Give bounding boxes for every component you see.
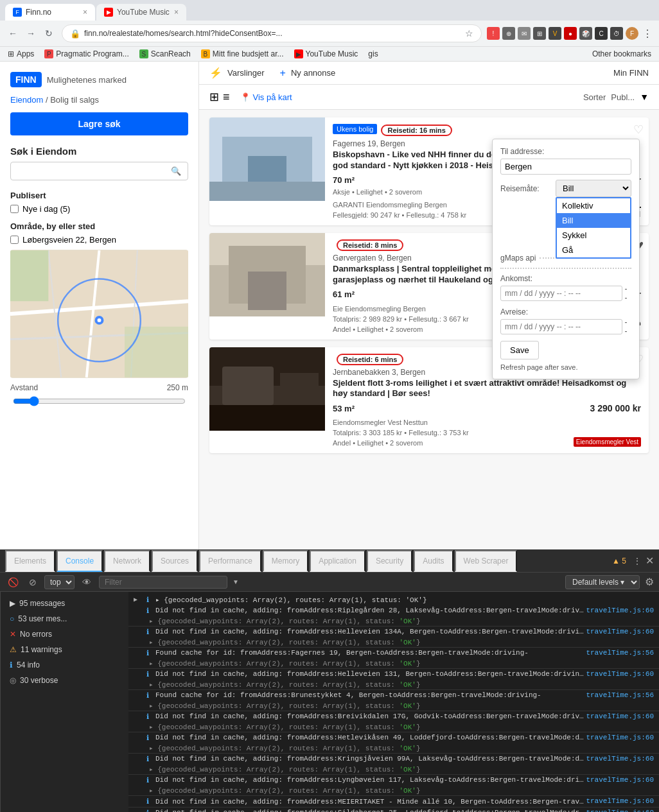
log-row[interactable]: ℹ Did not find in cache, adding: fromAdd…	[128, 808, 659, 812]
departure-date-input[interactable]	[500, 319, 622, 334]
log-source[interactable]: travelTime.js:60	[586, 713, 654, 720]
bookmark-other[interactable]: Other bookmarks	[590, 48, 654, 60]
log-levels-select[interactable]: Default levels ▾	[565, 575, 640, 589]
map-view-btn[interactable]: 📍 Vis på kart	[240, 92, 292, 102]
ext-icon-5[interactable]: V	[549, 27, 561, 40]
sidebar-item-all-messages[interactable]: ▶ 95 messages	[6, 597, 123, 610]
map-container[interactable]	[10, 250, 188, 378]
ext-icon-6[interactable]: ●	[564, 27, 577, 40]
address-bar[interactable]: 🔒 finn.no/realestate/homes/search.html?h…	[62, 24, 482, 42]
bookmark-apps[interactable]: ⊞ Apps	[5, 48, 37, 60]
listing-3-title[interactable]: Sjeldent flott 3-roms leilighet i et svæ…	[333, 378, 641, 400]
log-row[interactable]: ℹ Did not find in cache, adding: fromAdd…	[128, 626, 659, 637]
log-source[interactable]: travelTime.js:60	[586, 755, 654, 763]
sidebar-item-user-messages[interactable]: ○ 53 user mes...	[6, 612, 123, 625]
ext-icon-9[interactable]: ⏱	[610, 27, 623, 40]
sidebar-item-info[interactable]: ℹ 54 info	[6, 659, 123, 671]
varslinger-link[interactable]: Varslinger	[227, 68, 265, 78]
option-item-sykkel[interactable]: Sykkel	[557, 228, 630, 243]
search-box[interactable]: 🔍	[10, 162, 188, 180]
ext-icon-7[interactable]: 🎲	[579, 27, 592, 40]
devtools-tab-application[interactable]: Application	[310, 550, 365, 572]
reload-button[interactable]: ↻	[41, 26, 57, 41]
expand-btn[interactable]: ▶	[134, 596, 141, 603]
bookmark-budget[interactable]: B Mitt fine budsjett ar...	[198, 48, 286, 60]
log-source[interactable]: travelTime.js:60	[586, 734, 654, 741]
ny-annonse-link[interactable]: Ny annonse	[291, 68, 335, 78]
devtools-tab-network[interactable]: Network	[104, 550, 150, 572]
sidebar-item-warnings[interactable]: ⚠ 11 warnings	[6, 643, 123, 656]
devtools-tab-scraper[interactable]: Web Scraper	[455, 550, 518, 572]
log-row[interactable]: ℹ Did not find in cache, adding: fromAdd…	[128, 796, 659, 807]
tab-yt-close[interactable]: ×	[174, 8, 179, 17]
log-row[interactable]: ℹ Found cache for id: fromAddress:Fagern…	[128, 648, 659, 659]
log-source[interactable]: travelTime.js:56	[586, 691, 654, 699]
grid-view-icon[interactable]: ⊞	[209, 90, 219, 104]
context-select[interactable]: top	[44, 575, 75, 589]
area-checkbox[interactable]	[10, 236, 19, 244]
ext-icon-4[interactable]: ⊞	[533, 27, 546, 40]
forward-button[interactable]: →	[23, 26, 39, 41]
tab-youtube[interactable]: ▶ YouTube Music ×	[96, 4, 186, 21]
log-source[interactable]: travelTime.js:60	[586, 797, 654, 805]
option-item-kollektiv[interactable]: Kollektiv	[557, 198, 630, 213]
bookmark-youtube[interactable]: ▶ YouTube Music	[292, 48, 361, 60]
distance-slider[interactable]	[13, 396, 186, 406]
sort-chevron-icon[interactable]: ▼	[640, 92, 649, 102]
log-source[interactable]: travelTime.js:60	[586, 670, 654, 678]
ext-icon-10[interactable]: F	[626, 27, 638, 40]
devtools-tab-sources[interactable]: Sources	[152, 550, 198, 572]
list-view-icon[interactable]: ≡	[223, 91, 230, 104]
devtools-tab-security[interactable]: Security	[367, 550, 412, 572]
bookmark-scanreach[interactable]: S ScanReach	[137, 48, 193, 60]
breadcrumb-root[interactable]: Eiendom	[10, 95, 43, 105]
devtools-close-button[interactable]: ✕	[646, 555, 654, 567]
tab-finn[interactable]: F Finn.no ×	[5, 4, 95, 21]
log-row[interactable]: ℹ Did not find in cache, adding: fromAdd…	[128, 754, 659, 764]
sidebar-item-verbose[interactable]: ◎ 30 verbose	[6, 674, 123, 687]
log-row[interactable]: ℹ Did not find in cache, adding: fromAdd…	[128, 775, 659, 786]
bookmark-star-icon[interactable]: ☆	[465, 28, 473, 39]
save-search-button[interactable]: Lagre søk	[10, 112, 188, 135]
new-today-checkbox[interactable]	[10, 205, 19, 213]
dropdown-address-input[interactable]	[500, 159, 631, 175]
eye-button[interactable]: 👁	[80, 576, 94, 589]
log-source[interactable]: travelTime.js:60	[586, 809, 654, 812]
log-source[interactable]: travelTime.js:60	[586, 776, 654, 784]
ext-icon-menu[interactable]: ⋮	[641, 27, 654, 40]
log-row[interactable]: ℹ Did not find in cache, adding: fromAdd…	[128, 605, 659, 616]
log-row[interactable]: ℹ Did not find in cache, adding: fromAdd…	[128, 732, 659, 743]
back-button[interactable]: ←	[5, 26, 21, 41]
preserve-log-button[interactable]: ⊘	[26, 576, 39, 589]
option-item-ga[interactable]: Gå	[557, 243, 630, 257]
devtools-tab-elements[interactable]: Elements	[5, 550, 55, 572]
bookmark-gis[interactable]: gis	[365, 48, 380, 60]
ext-icon-3[interactable]: ✉	[518, 27, 531, 40]
slider-container[interactable]	[10, 396, 188, 408]
ext-icon-1[interactable]: !	[487, 27, 500, 40]
sidebar-item-errors[interactable]: ✕ No errors	[6, 628, 123, 641]
bookmark-pragmatic[interactable]: P Pragmatic Program...	[42, 48, 131, 60]
log-source[interactable]: travelTime.js:56	[586, 649, 654, 657]
tab-finn-close[interactable]: ×	[83, 8, 87, 17]
listing-1-favorite-button[interactable]: ♡	[633, 123, 644, 137]
log-row[interactable]: ℹ Did not find in cache, adding: fromAdd…	[128, 669, 659, 680]
arrival-date-input[interactable]	[500, 286, 622, 301]
devtools-tab-memory[interactable]: Memory	[263, 550, 308, 572]
log-source[interactable]: travelTime.js:60	[586, 628, 654, 635]
devtools-tab-performance[interactable]: Performance	[199, 550, 261, 572]
search-input[interactable]	[17, 166, 171, 176]
min-finn-link[interactable]: Min FINN	[613, 68, 649, 78]
devtools-tab-console[interactable]: Console	[57, 550, 103, 572]
log-row[interactable]: ℹ Found cache for id: fromAddress:Brunes…	[128, 690, 659, 701]
travel-mode-select[interactable]: Bill Kollektiv Sykkel Gå	[556, 180, 631, 197]
log-source[interactable]: travelTime.js:60	[586, 607, 654, 614]
log-row[interactable]: ▶ ℹ ▸ {geocoded_waypoints: Array(2), rou…	[128, 594, 659, 605]
save-route-button[interactable]: Save	[500, 341, 539, 359]
ext-icon-8[interactable]: C	[595, 27, 608, 40]
devtools-more-button[interactable]: ⋮	[630, 555, 644, 567]
console-filter-input[interactable]	[99, 576, 227, 589]
devtools-tab-audits[interactable]: Audits	[414, 550, 453, 572]
log-row[interactable]: ℹ Did not find in cache, adding: fromAdd…	[128, 711, 659, 722]
ext-icon-2[interactable]: ⊕	[502, 27, 515, 40]
